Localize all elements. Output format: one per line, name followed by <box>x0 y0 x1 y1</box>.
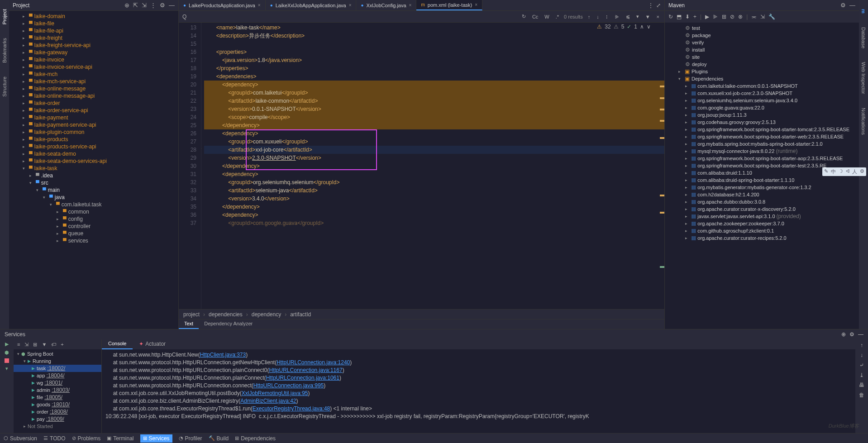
filter-icon[interactable]: ▼ <box>42 342 47 347</box>
breadcrumb[interactable]: project›dependencies›dependency›artifact… <box>179 309 664 319</box>
breadcrumb-item[interactable]: dependency <box>252 311 281 318</box>
sidebar-webinspector[interactable]: Web Inspector <box>861 62 866 94</box>
maven-hide-icon[interactable]: — <box>849 2 855 9</box>
maven-dependency[interactable]: ▸||||org.jsoup:jsoup:1.11.3 <box>665 111 859 119</box>
select-all-icon[interactable]: ⫹ <box>625 14 631 19</box>
tag-icon[interactable]: 🏷 <box>51 342 56 347</box>
editor-tab[interactable]: mpom.xml (laike-task)× <box>416 0 482 10</box>
maven-dependency[interactable]: ▸||||org.apache.zookeeper:zookeeper:3.7.… <box>665 220 859 227</box>
tab-text[interactable]: Text <box>179 319 199 329</box>
status-subversion[interactable]: ⬡Subversion <box>4 435 37 442</box>
expand-icon[interactable]: ≡ <box>17 342 20 347</box>
error-stripe[interactable] <box>660 23 664 309</box>
close-icon[interactable]: × <box>475 2 477 7</box>
editor-tab[interactable]: ●LaikeProductsApplication.java× <box>179 0 266 10</box>
sel-icon[interactable]: ⫶ <box>604 14 610 19</box>
status-dependencies[interactable]: ⊞Dependencies <box>235 435 276 442</box>
tree-item[interactable]: ▸▀laike-online-message-api <box>9 92 178 100</box>
svc-app[interactable]: ▶wg :18001/ <box>14 379 101 386</box>
sidebar-notifications[interactable]: Notifications <box>861 108 866 135</box>
tree-item[interactable]: ▸▀laike-products-service-api <box>9 143 178 150</box>
toggle-icon[interactable]: ⊞ <box>722 14 726 20</box>
stacktrace-link[interactable]: AdminBizClient.java:42 <box>240 398 296 404</box>
maven-goal[interactable]: ⚙test <box>665 24 859 32</box>
sidebar-bookmarks[interactable]: Bookmarks <box>2 38 7 63</box>
tool-icon[interactable]: ⚙ <box>860 168 864 175</box>
breadcrumb-item[interactable]: project <box>183 311 200 318</box>
search-icon[interactable]: Q <box>182 14 186 20</box>
svc-notstarted[interactable]: ▸Not Started <box>14 423 101 430</box>
collapse-icon[interactable]: ⇲ <box>24 342 29 348</box>
group-icon[interactable]: ⊞ <box>33 342 37 348</box>
stacktrace-link[interactable]: HttpURLConnection.java:1167 <box>269 367 343 373</box>
tree-item[interactable]: ▸▀controller <box>9 223 178 230</box>
maven-goal[interactable]: ⚙install <box>665 46 859 53</box>
skip-icon[interactable]: ⊘ <box>730 14 734 20</box>
settings-icon[interactable]: ⋮ <box>150 2 156 9</box>
down-icon[interactable]: ↓ <box>595 14 601 19</box>
prev-occurrence-icon[interactable]: ↻ <box>520 14 527 19</box>
maven-dependency[interactable]: ▸||||com.google.guava:guava:22.0 <box>665 104 859 111</box>
show-deps-icon[interactable]: ⫘ <box>751 14 757 20</box>
stacktrace-link[interactable]: HttpURLConnection.java:1061 <box>266 375 339 381</box>
tree-item[interactable]: ▸▀laike-payment <box>9 114 178 121</box>
add-icon[interactable]: + <box>693 14 696 20</box>
words-icon[interactable]: W <box>543 14 550 19</box>
project-tree[interactable]: ▸▀laike-domain▸▀laike-file▸▀laike-file-a… <box>9 11 178 329</box>
collapse-icon[interactable]: ⇲ <box>142 2 147 9</box>
maven-dependency[interactable]: ▸||||org.apache.curator:curator-recipes:… <box>665 234 859 242</box>
status-todo[interactable]: ☰TODO <box>43 435 65 442</box>
expand-icon[interactable]: ⇱ <box>133 2 138 9</box>
status-profiler[interactable]: ◔Profiler <box>179 435 202 442</box>
tree-item[interactable]: ▸▀laike-online-message <box>9 85 178 92</box>
tree-item[interactable]: ▸▀laike-mch <box>9 71 178 78</box>
add-service-icon[interactable]: + <box>61 342 63 347</box>
maven-dependency[interactable]: ▸||||javax.servlet:javax.servlet-api:3.1… <box>665 213 859 220</box>
sidebar-maven[interactable]: m <box>861 9 866 14</box>
maven-dependency[interactable]: ▸||||com.xuxueli:xxl-job-core:2.3.0-SNAP… <box>665 90 859 97</box>
svc-running[interactable]: ▾▶Running <box>14 357 101 365</box>
up-icon[interactable]: ↑ <box>587 14 592 19</box>
tree-item[interactable]: ▸▀laike-mch-service-api <box>9 78 178 85</box>
maven-dependency[interactable]: ▸||||com.alibaba:druid-spring-boot-start… <box>665 176 859 184</box>
tree-item[interactable]: ▸▀laike-file <box>9 20 178 27</box>
tree-item[interactable]: ▸▀config <box>9 215 178 223</box>
editor-tab[interactable]: ●XxlJobConfig.java× <box>356 0 416 10</box>
wrench-icon[interactable]: 🔧 <box>768 14 775 20</box>
collapse-all-icon[interactable]: ⇲ <box>760 14 765 20</box>
match-case-icon[interactable]: Cc <box>531 14 539 19</box>
hide-icon[interactable]: — <box>169 2 175 9</box>
reimport-icon[interactable]: ↻ <box>668 14 673 20</box>
svc-app[interactable]: ▶goods :18010/ <box>14 401 101 408</box>
close-search-icon[interactable]: × <box>655 14 661 19</box>
add-sel-icon[interactable]: ⫸ <box>613 14 621 19</box>
tree-item[interactable]: ▸▀laike-seata-demo-services-api <box>9 157 178 165</box>
maven-goal[interactable]: ⚙site <box>665 53 859 61</box>
svc-locate-icon[interactable]: ⊕ <box>841 331 846 338</box>
console-output[interactable]: at sun.net.www.http.HttpClient.New(HttpC… <box>102 349 855 433</box>
intention-bulb-icon[interactable]: 💡 <box>201 146 203 154</box>
maven-dependency[interactable]: ▸||||org.springframework.boot:spring-boo… <box>665 133 859 140</box>
tool-icon[interactable]: ✎ <box>824 168 828 175</box>
tree-item[interactable]: ▸▀laike-gateway <box>9 49 178 56</box>
funnel-icon[interactable]: ▼ <box>644 14 652 19</box>
tree-item[interactable]: ▸▀laike-freight-service-api <box>9 42 178 49</box>
tool-icon[interactable]: ᐊ <box>846 168 849 175</box>
stop-icon[interactable] <box>5 358 9 363</box>
sidebar-structure[interactable]: Structure <box>2 76 7 97</box>
maven-dependency[interactable]: ▸||||com.github.sgroschupf:zkclient:0.1 <box>665 227 859 234</box>
maven-dependency[interactable]: ▸||||org.mybatis.spring.boot:mybatis-spr… <box>665 140 859 148</box>
status-terminal[interactable]: ▣Terminal <box>107 435 134 442</box>
maven-dependency[interactable]: ▸||||org.apache.curator:curator-x-discov… <box>665 205 859 213</box>
scroll-down-icon[interactable]: ↓ <box>860 352 863 358</box>
tree-item[interactable]: ▸▀common <box>9 208 178 215</box>
stacktrace-link[interactable]: ExecutorRegistryThread.java:48 <box>253 405 330 412</box>
maven-dependency[interactable]: ▸||||org.springframework.boot:spring-boo… <box>665 155 859 162</box>
svc-app[interactable]: ▶file :18005/ <box>14 394 101 401</box>
maven-dependency[interactable]: ▸||||com.laiketui:laike-common:0.0.1-SNA… <box>665 82 859 90</box>
close-icon[interactable]: × <box>258 3 261 8</box>
services-tree[interactable]: ▾⬢Spring Boot▾▶Running▶task :18002/▶app … <box>14 349 101 433</box>
scroll-end-icon[interactable]: ⤓ <box>859 372 864 378</box>
status-build[interactable]: 🔨Build <box>209 435 229 442</box>
clear-icon[interactable]: 🗑 <box>859 392 864 398</box>
